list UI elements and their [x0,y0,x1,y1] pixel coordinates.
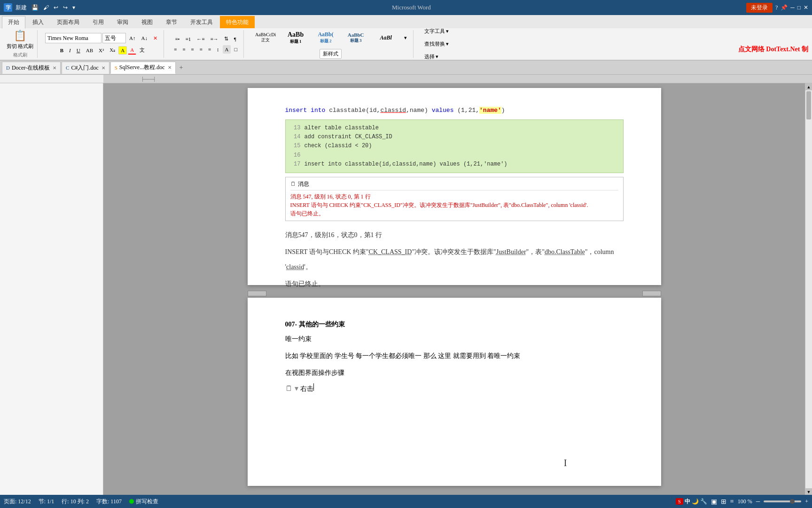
style-heading3[interactable]: AaBbC 标题 3 [342,31,370,45]
align-justify-btn[interactable]: ≡ [197,45,205,54]
zoom-out-btn[interactable]: ─ [756,498,760,505]
doc-tab-sqlserver[interactable]: S SqlServe...教程.doc ✕ [110,62,176,74]
qa-save-btn[interactable]: 💾 [30,3,40,12]
tab-features[interactable]: 特色功能 [220,16,255,28]
login-button[interactable]: 未登录 [746,3,773,13]
superscript-btn[interactable]: X² [96,46,106,55]
ime-zhong-btn[interactable]: 中 [685,498,690,506]
tab-devtools[interactable]: 开发工具 [184,16,219,28]
styles-scroll-down[interactable]: ▾ [402,33,409,42]
ime-moon-btn[interactable]: 🌙 [692,498,699,505]
ribbon-group-clipboard: 📋 剪切 格式刷 格式刷 [3,30,38,58]
subscript-btn[interactable]: X₂ [107,46,117,55]
linespace-btn[interactable]: ↕ [214,45,222,54]
copy-btn[interactable]: 格式刷 [18,43,33,50]
sort-btn[interactable]: ⇅ [222,34,231,43]
zoom-slider[interactable] [764,500,801,502]
sql-table-name: classtable [329,107,366,114]
scroll-down-btn[interactable]: ▼ [805,488,812,495]
align-distributed-btn[interactable]: ≡ [206,45,213,54]
qa-format-btn[interactable]: 🖌 [42,3,50,12]
strikethrough-btn[interactable]: AB [84,46,95,55]
sqlserver-tab-close[interactable]: ✕ [168,65,172,70]
font-name-box[interactable]: Times New Roma [45,33,102,43]
scroll-track[interactable] [805,90,812,488]
qa-redo-btn[interactable]: ↪ [62,3,69,12]
align-left-btn[interactable]: ≡ [172,45,179,54]
numbered-list-btn[interactable]: ≡1 [183,35,193,43]
cut-btn[interactable]: 剪切 [7,43,17,50]
align-right-btn[interactable]: ≡ [188,45,196,54]
tab-view[interactable]: 视图 [135,16,159,28]
status-right: S 中 🌙 🔧 ▣ ⊞ ≡ 100 % ─ + [676,498,808,506]
paste-btn[interactable]: 📋 [14,30,26,42]
code-text-15: check (classid < 20) [304,142,372,151]
showmarks-btn[interactable]: ¶ [232,35,239,43]
sql-col-id: id [369,107,377,114]
tab-start[interactable]: 开始 [2,16,25,29]
align-center-btn[interactable]: ≡ [180,45,187,54]
close-btn[interactable]: ✕ [804,4,808,11]
maximize-btn[interactable]: □ [797,4,801,11]
new-style-btn[interactable]: 新样式 [320,49,342,59]
action-area: 🗒 ▾ 右击 [285,383,624,393]
border-btn[interactable]: □ [232,45,240,54]
ime-tools-btn[interactable]: 🔧 [700,498,707,505]
minimize-btn[interactable]: ─ [790,4,795,11]
scrollbar[interactable]: ▲ ▼ [805,83,812,495]
tab-chapter[interactable]: 章节 [160,16,183,28]
left-handle[interactable] [248,291,266,296]
qa-new-btn[interactable]: 新建 [14,3,28,13]
font-size-box[interactable]: 五号 [102,33,126,43]
select-btn[interactable]: 选择▾ [421,51,452,62]
font-clear-btn[interactable]: ✕ [151,34,160,43]
indent-inc-btn[interactable]: ≡→ [208,35,220,43]
view-fullread-btn[interactable]: ⊞ [721,498,726,506]
scroll-thumb[interactable] [806,91,811,119]
zoom-thumb[interactable] [790,499,795,504]
sql-paren-close: ) [424,107,432,114]
underline-btn[interactable]: U [74,46,83,55]
font-shrink-btn[interactable]: A↓ [139,34,149,42]
ime-s-btn[interactable]: S [676,498,683,505]
right-handle[interactable] [642,291,661,296]
indent-dec-btn[interactable]: ←≡ [194,35,207,43]
tab-insert[interactable]: 插入 [26,16,50,28]
msg-text-line2: INSERT 语句与 CHECK 约束"CK_CLASS_ID"冲突。该冲突发生… [290,201,618,209]
highlight-btn[interactable]: A [118,46,127,55]
doc-area[interactable]: insert into classtable(id,classid,name) … [103,83,805,495]
qa-dropdown[interactable]: ▾ [71,3,77,12]
help-btn[interactable]: ? [775,4,778,11]
bold-btn[interactable]: B [58,46,66,55]
page-break-bar [248,290,661,298]
csharp-tab-close[interactable]: ✕ [102,65,105,71]
text-tools-btn[interactable]: 文字工具▾ [421,26,452,37]
tab-review[interactable]: 审阅 [111,16,134,28]
wen-btn[interactable]: 文 [137,45,147,55]
italic-btn[interactable]: I [67,46,73,55]
doc-tab-csharp[interactable]: C C#入门.doc ✕ [62,62,109,74]
qa-undo-btn[interactable]: ↩ [52,3,60,12]
find-replace-btn[interactable]: 查找替换▾ [421,39,452,49]
style-heading2[interactable]: AaBb( 标题 2 [312,30,340,46]
tab-layout[interactable]: 页面布局 [51,16,86,28]
pin-btn[interactable]: 📌 [781,4,788,11]
style-extra[interactable]: AaBl [372,33,400,43]
scroll-up-btn[interactable]: ▲ [805,83,812,90]
bullet-list-btn[interactable]: ≡• [172,35,182,43]
csharp-tab-icon: C [66,65,69,71]
zoom-in-btn[interactable]: + [805,498,808,505]
tab-references[interactable]: 引用 [86,16,110,28]
fontcolor-btn[interactable]: A [128,46,136,55]
style-heading1[interactable]: AaBb 标题 1 [281,30,310,46]
view-web-btn[interactable]: ≡ [730,498,734,505]
new-tab-btn[interactable]: + [177,63,186,72]
font-grow-btn[interactable]: A↑ [127,34,138,42]
docer-tab-close[interactable]: ✕ [53,65,56,71]
doc-tab-docer[interactable]: D Docer-在线模板 ✕ [2,62,61,74]
style-normal[interactable]: AaBbCcDi 正文 [251,31,280,45]
ribbon-tabs: 开始 插入 页面布局 引用 审阅 视图 章节 开发工具 特色功能 [0,15,812,28]
ruler-marks: ├───┤ [141,77,156,81]
shading-btn[interactable]: A [223,45,231,54]
view-print-btn[interactable]: ▣ [711,498,717,506]
